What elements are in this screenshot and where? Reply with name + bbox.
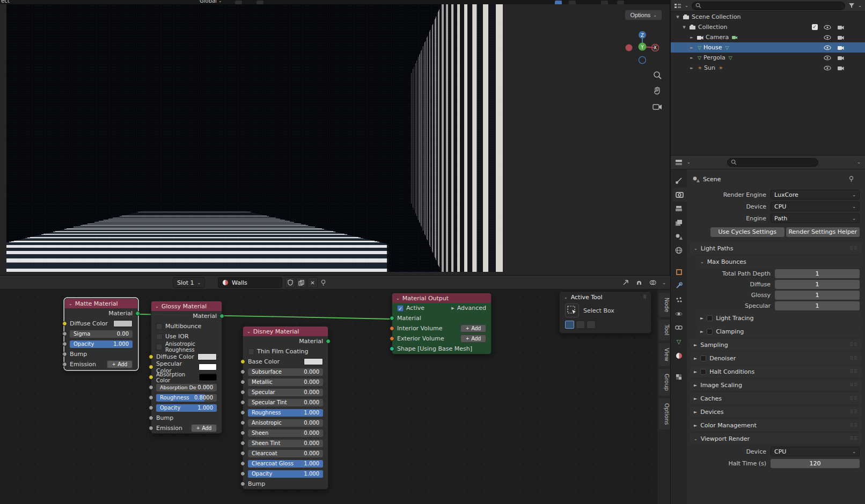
tab-material[interactable] <box>671 349 687 362</box>
color-swatch[interactable] <box>113 320 133 327</box>
bump-input-socket[interactable] <box>240 481 245 486</box>
chevron-down-icon[interactable]: ⌄ <box>857 160 861 165</box>
viewport-device-dropdown[interactable]: CPU⌄ <box>771 447 860 456</box>
light-tracing-panel-header[interactable]: ► Light Tracing <box>697 312 862 324</box>
halt-conditions-checkbox[interactable] <box>700 369 706 375</box>
collapse-arrow-icon[interactable]: ⌄ <box>396 296 400 301</box>
tab-particles[interactable] <box>671 293 687 307</box>
properties-search-input[interactable] <box>727 158 818 167</box>
zoom-icon[interactable] <box>651 69 663 81</box>
hide-eye-icon[interactable] <box>822 55 833 61</box>
value-input-socket[interactable] <box>62 331 67 336</box>
render-visibility-icon[interactable] <box>835 25 846 30</box>
tab-tool[interactable]: Tool <box>659 320 670 340</box>
collapse-arrow-icon[interactable]: ⌄ <box>69 301 72 306</box>
tab-physics[interactable] <box>671 307 687 321</box>
add-interior-volume-button[interactable]: +Add <box>460 324 486 332</box>
light-paths-panel-header[interactable]: ⌄ Light Paths ⠿⠿ <box>690 242 862 254</box>
sigma-field[interactable]: Sigma0.00 <box>70 330 133 338</box>
roughness-slider[interactable]: Roughness0.8000 <box>156 394 217 402</box>
tab-world[interactable] <box>671 243 687 257</box>
clamping-panel-header[interactable]: ► Clamping <box>697 325 862 337</box>
hide-eye-icon[interactable] <box>822 45 833 50</box>
color-swatch[interactable] <box>199 374 217 381</box>
material-name-field[interactable]: Walls <box>218 277 282 288</box>
opacity-slider[interactable]: Opacity1.000 <box>248 470 323 478</box>
drag-handle-icon[interactable]: ⠿⠿ <box>850 436 858 441</box>
outliner-row-scene-collection[interactable]: ▼ Scene Collection <box>671 12 865 22</box>
expand-arrow-icon[interactable]: ► <box>689 66 694 70</box>
active-checkbox[interactable]: ✓ <box>397 305 404 312</box>
bump-input-socket[interactable] <box>62 352 67 357</box>
value-input-socket[interactable] <box>240 390 245 395</box>
value-input-socket[interactable] <box>62 342 67 346</box>
select-mode-new[interactable] <box>565 321 574 329</box>
tab-options[interactable]: Options <box>659 398 670 430</box>
render-visibility-icon[interactable] <box>835 55 846 61</box>
metallic-slider[interactable]: Metallic0.000 <box>248 379 323 386</box>
add-exterior-volume-button[interactable]: +Add <box>460 335 486 343</box>
material-output-socket[interactable] <box>326 339 331 344</box>
denoiser-panel-header[interactable]: ► Denoiser ⠿⠿ <box>690 352 862 364</box>
exclude-checkbox[interactable]: ✓ <box>812 24 818 30</box>
node-disney-material[interactable]: ⌄Disney Material Material Thin Film Coat… <box>243 326 328 490</box>
menu-clipped-text[interactable]: ect <box>1 0 10 4</box>
clearcoat-gloss-slider[interactable]: Clearcoat Gloss1.000 <box>248 460 323 468</box>
panel-menu-icon[interactable]: ⠿ <box>643 294 647 300</box>
node-matte-material[interactable]: ⌄Matte Material Material Diffuse Color S… <box>64 298 138 370</box>
use-cycles-settings-button[interactable]: Use Cycles Settings <box>710 227 785 237</box>
tab-output[interactable] <box>671 202 687 216</box>
color-swatch[interactable] <box>199 364 217 370</box>
sampling-panel-header[interactable]: ► Sampling ⠿⠿ <box>690 339 862 351</box>
snap-icon[interactable] <box>636 277 642 288</box>
anisotropic-roughness-checkbox[interactable] <box>156 344 163 350</box>
max-bounces-panel-header[interactable]: ⌄ Max Bounces <box>697 256 862 268</box>
axis-z-neg[interactable] <box>639 57 646 64</box>
color-input-socket[interactable] <box>240 359 245 364</box>
render-visibility-icon[interactable] <box>835 35 846 40</box>
pan-hand-icon[interactable] <box>651 85 663 97</box>
drag-handle-icon[interactable]: ⠿⠿ <box>850 369 858 374</box>
tab-object[interactable] <box>671 265 687 279</box>
value-input-socket[interactable] <box>240 380 245 384</box>
absorption-depth-field[interactable]: Absorption De0.000 <box>156 384 217 391</box>
value-input-socket[interactable] <box>149 395 153 400</box>
value-input-socket[interactable] <box>240 461 245 466</box>
node-header[interactable]: ⌄Material Output <box>392 293 491 303</box>
viewport-render-panel-header[interactable]: ⌄ Viewport Render ⠿⠿ <box>690 433 862 444</box>
render-visibility-icon[interactable] <box>835 45 846 50</box>
diffuse-bounces-field[interactable]: 1 <box>775 280 860 289</box>
value-input-socket[interactable] <box>240 451 245 456</box>
tab-object-data[interactable]: ▽ <box>671 335 687 349</box>
sheen-tint-slider[interactable]: Sheen Tint0.000 <box>248 440 323 447</box>
hide-eye-icon[interactable] <box>822 35 833 40</box>
value-input-socket[interactable] <box>240 431 245 435</box>
overlays-icon[interactable] <box>649 277 656 288</box>
thin-film-coating-checkbox[interactable] <box>248 349 254 355</box>
drag-handle-icon[interactable]: ⠿⠿ <box>850 342 858 347</box>
node-header[interactable]: ⌄Glossy Material <box>151 301 222 311</box>
color-swatch[interactable] <box>304 358 323 365</box>
material-input-socket[interactable] <box>390 316 394 321</box>
gizmo-toggle-icon[interactable] <box>555 1 562 4</box>
value-input-socket[interactable] <box>149 385 153 390</box>
outliner-row-collection[interactable]: ▼ Collection ✓ <box>671 22 865 32</box>
tab-group[interactable]: Group <box>659 369 670 396</box>
outliner-row-sun[interactable]: ► ☀ Sun ☀ <box>671 63 865 73</box>
specular-bounces-field[interactable]: 1 <box>775 301 860 310</box>
halt-time-field[interactable]: 120 <box>771 459 860 468</box>
value-input-socket[interactable] <box>240 369 245 374</box>
tab-render[interactable] <box>672 188 687 202</box>
value-input-socket[interactable] <box>149 405 153 410</box>
drag-handle-icon[interactable]: ⠿⠿ <box>850 396 858 401</box>
expand-arrow-icon[interactable]: ► <box>689 35 694 40</box>
outliner-row-camera[interactable]: ► Camera <box>671 32 865 42</box>
tab-constraints[interactable] <box>671 321 687 335</box>
add-emission-button[interactable]: +Add <box>191 424 217 432</box>
node-canvas[interactable]: ⌄Matte Material Material Diffuse Color S… <box>0 290 657 504</box>
hide-eye-icon[interactable] <box>822 65 833 71</box>
interior-volume-socket[interactable] <box>390 326 394 331</box>
render-settings-helper-button[interactable]: Render Settings Helper <box>786 227 860 237</box>
filter-icon[interactable] <box>848 3 855 9</box>
camera-view-icon[interactable] <box>651 101 663 113</box>
